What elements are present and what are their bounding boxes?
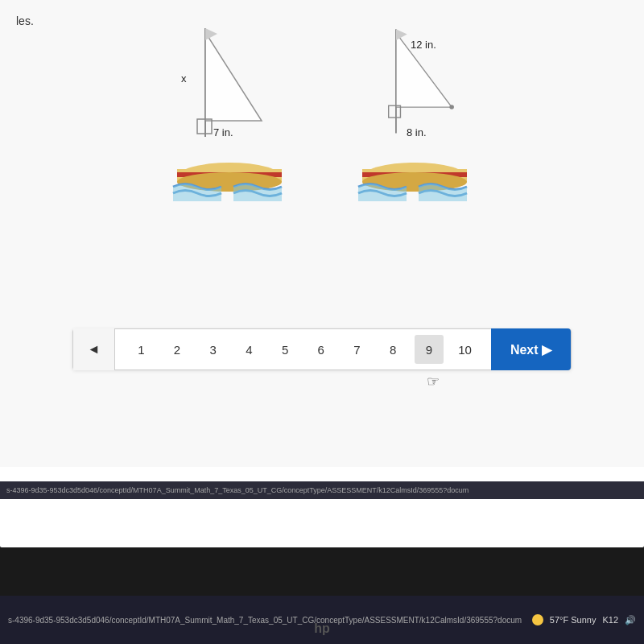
page-5[interactable]: 5: [270, 335, 299, 364]
page-1[interactable]: 1: [126, 335, 155, 364]
svg-marker-2: [205, 28, 217, 40]
page-8[interactable]: 8: [378, 335, 407, 364]
page-9[interactable]: 9: [415, 335, 444, 364]
svg-marker-1: [205, 32, 262, 121]
svg-point-12: [449, 105, 454, 109]
boat1: x 7 in.: [169, 24, 290, 204]
cursor-icon: ☞: [427, 373, 440, 390]
boat2-hull: [354, 153, 475, 204]
brand-text: K12: [602, 615, 618, 625]
page-2[interactable]: 2: [163, 335, 192, 364]
svg-marker-10: [396, 29, 407, 40]
page-4[interactable]: 4: [234, 335, 263, 364]
volume-icon: 🔊: [625, 615, 636, 625]
boat2-hyp-label: 12 in.: [411, 39, 436, 51]
content-area: les. x: [0, 0, 644, 467]
taskbar-status: 57°F Sunny K12 🔊: [532, 614, 636, 625]
next-button[interactable]: Next ▶: [491, 328, 571, 370]
boat1-hull: [169, 153, 290, 204]
page-10[interactable]: 10: [451, 335, 480, 364]
url-bar: s-4396-9d35-953dc3d5d046/conceptId/MTH07…: [0, 481, 644, 499]
hp-logo: hp: [314, 621, 330, 636]
url-text: s-4396-9d35-953dc3d5d046/conceptId/MTH07…: [6, 486, 469, 494]
boat1-side-label: x: [181, 72, 187, 85]
boat2-base-label: 8 in.: [407, 126, 427, 138]
weather-icon: [532, 614, 543, 625]
taskbar: s-4396-9d35-953dc3d5d046/conceptId/MTH07…: [0, 596, 644, 644]
taskbar-url: s-4396-9d35-953dc3d5d046/conceptId/MTH07…: [8, 616, 532, 625]
boat1-base-label: 7 in.: [213, 126, 233, 138]
page-numbers: 1 2 3 4 5 6 7 8 9 10: [115, 335, 491, 364]
page-7[interactable]: 7: [342, 335, 371, 364]
screen: les. x: [0, 0, 644, 547]
pagination-bar: ◄ 1 2 3 4 5 6 7 8 9 10 Next ▶: [72, 328, 572, 370]
page-3[interactable]: 3: [199, 335, 228, 364]
prev-button[interactable]: ◄: [73, 328, 115, 370]
boat2: 12 in. 8 in.: [354, 24, 475, 204]
weather-text: 57°F Sunny: [550, 615, 597, 625]
page-6[interactable]: 6: [307, 335, 336, 364]
